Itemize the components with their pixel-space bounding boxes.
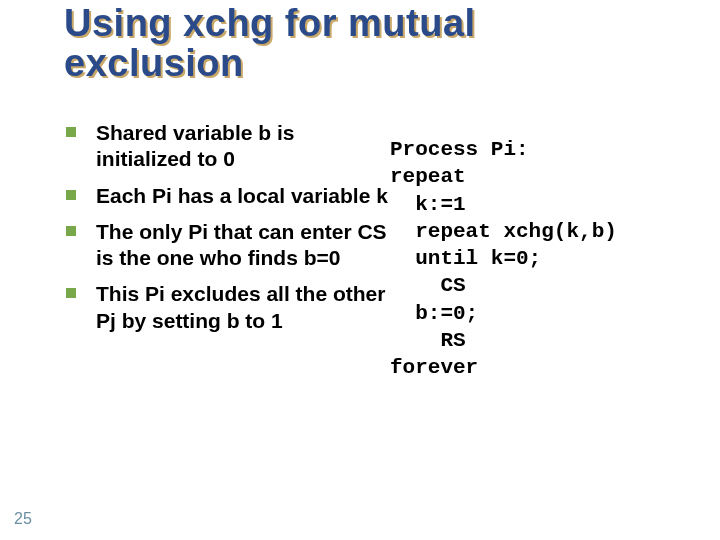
bullet-text: This Pi excludes all the other Pj by set… bbox=[96, 282, 385, 331]
slide: Using xchg for mutual exclusion Using xc… bbox=[0, 0, 720, 540]
bullet-icon bbox=[66, 190, 76, 200]
list-item: The only Pi that can enter CS is the one… bbox=[60, 219, 390, 272]
content-area: Shared variable b is initialized to 0 Ea… bbox=[60, 120, 670, 490]
right-column: Process Pi: repeat k:=1 repeat xchg(k,b)… bbox=[390, 120, 670, 490]
list-item: Each Pi has a local variable k bbox=[60, 183, 390, 209]
page-number: 25 bbox=[14, 510, 32, 528]
code-block: Process Pi: repeat k:=1 repeat xchg(k,b)… bbox=[390, 136, 670, 382]
bullet-icon bbox=[66, 127, 76, 137]
bullet-icon bbox=[66, 288, 76, 298]
left-column: Shared variable b is initialized to 0 Ea… bbox=[60, 120, 390, 490]
bullet-icon bbox=[66, 226, 76, 236]
bullet-text: Each Pi has a local variable k bbox=[96, 184, 388, 207]
bullet-text: Shared variable b is initialized to 0 bbox=[96, 121, 294, 170]
list-item: This Pi excludes all the other Pj by set… bbox=[60, 281, 390, 334]
slide-title: Using xchg for mutual exclusion Using xc… bbox=[64, 4, 664, 84]
bullet-list: Shared variable b is initialized to 0 Ea… bbox=[60, 120, 390, 334]
bullet-text: The only Pi that can enter CS is the one… bbox=[96, 220, 387, 269]
list-item: Shared variable b is initialized to 0 bbox=[60, 120, 390, 173]
